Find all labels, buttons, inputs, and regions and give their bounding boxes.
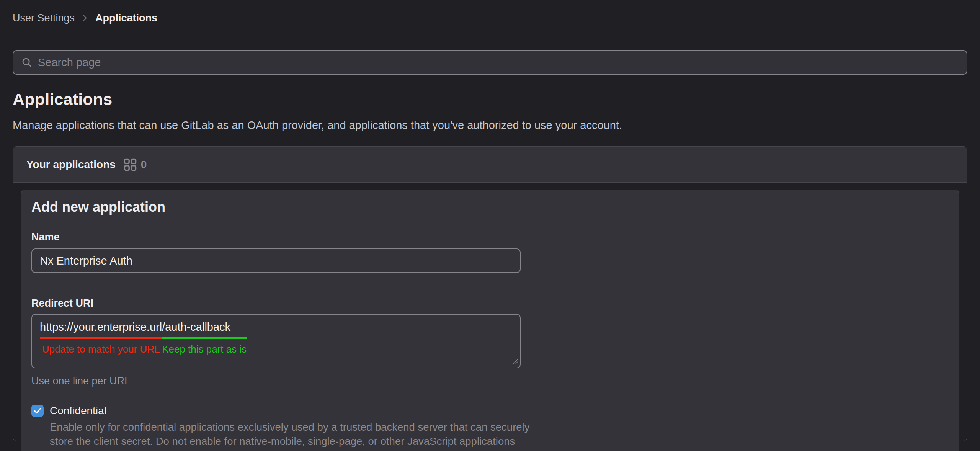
- breadcrumb-current-page: Applications: [95, 12, 157, 24]
- redirect-uri-annotation: https://your.enterprise.url Update to ma…: [40, 321, 512, 355]
- textarea-resize-grip-icon[interactable]: [512, 358, 518, 366]
- search-icon: [21, 57, 33, 68]
- uri-keep-part: /auth-callback: [162, 321, 247, 339]
- confidential-checkbox-row: Confidential: [31, 405, 949, 417]
- breadcrumb: User Settings Applications: [13, 12, 157, 24]
- search-page-box[interactable]: [13, 50, 967, 75]
- panel-title: Your applications: [26, 159, 116, 171]
- check-icon: [33, 406, 42, 416]
- page-title: Applications: [13, 90, 967, 109]
- applications-count-badge: 0: [141, 159, 147, 171]
- chevron-right-icon: [80, 13, 90, 23]
- redirect-uri-label: Redirect URI: [31, 297, 949, 309]
- name-form-group: Name: [31, 231, 949, 273]
- your-applications-panel: Your applications 0 Add new application …: [13, 146, 967, 441]
- uri-update-caption: Update to match your URL: [40, 343, 162, 355]
- uri-keep-caption: Keep this part as is: [162, 343, 247, 355]
- application-name-input[interactable]: [31, 248, 521, 273]
- page-description: Manage applications that can use GitLab …: [13, 119, 967, 132]
- your-applications-header: Your applications 0: [13, 147, 967, 183]
- search-input[interactable]: [38, 51, 959, 74]
- redirect-uri-helper: Use one line per URI: [31, 375, 949, 387]
- add-application-title: Add new application: [31, 199, 949, 215]
- uri-update-segment: https://your.enterprise.url Update to ma…: [40, 321, 162, 355]
- confidential-help-text: Enable only for confidential application…: [50, 420, 537, 451]
- redirect-uri-textarea[interactable]: https://your.enterprise.url Update to ma…: [31, 314, 521, 368]
- redirect-uri-form-group: Redirect URI https://your.enterprise.url…: [31, 297, 949, 387]
- breadcrumb-user-settings-link[interactable]: User Settings: [13, 12, 75, 24]
- uri-update-part: https://your.enterprise.url: [40, 321, 162, 339]
- applications-grid-icon: [123, 158, 137, 172]
- main-content: Applications Manage applications that ca…: [0, 50, 980, 441]
- confidential-label[interactable]: Confidential: [50, 405, 106, 417]
- add-new-application-card: Add new application Name Redirect URI ht…: [21, 190, 959, 451]
- uri-keep-segment: /auth-callback Keep this part as is: [162, 321, 247, 355]
- confidential-checkbox[interactable]: [31, 405, 44, 417]
- name-label: Name: [31, 231, 949, 243]
- panel-body: Add new application Name Redirect URI ht…: [13, 183, 967, 451]
- breadcrumb-bar: User Settings Applications: [0, 0, 980, 36]
